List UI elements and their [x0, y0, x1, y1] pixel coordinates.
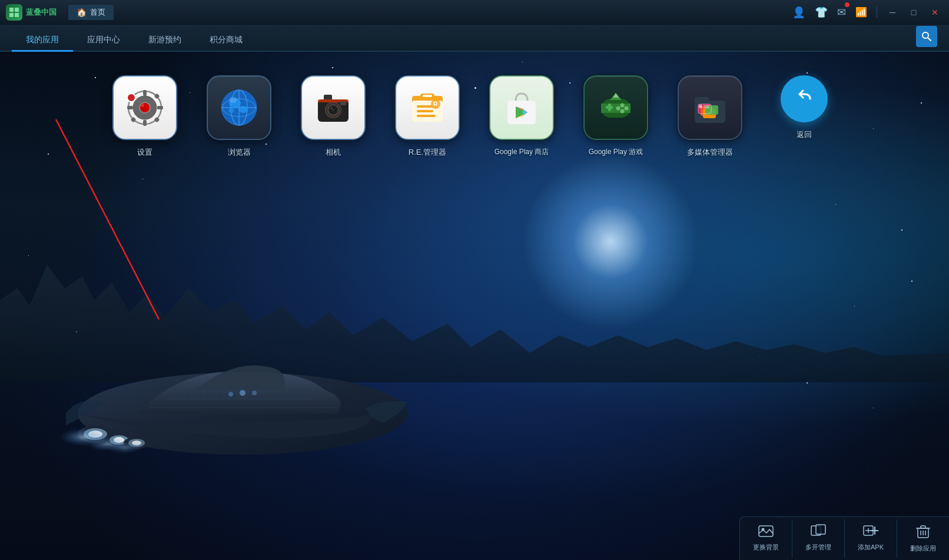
svg-point-22: [240, 390, 245, 396]
delete-app-icon: [915, 524, 931, 542]
svg-point-23: [252, 391, 257, 395]
browser-icon: [218, 87, 260, 128]
playstore-icon-wrapper: [489, 75, 554, 140]
re-icon-wrapper: R: [395, 75, 460, 140]
svg-point-80: [620, 109, 625, 114]
playgames-label: Google Play 游戏: [589, 147, 643, 157]
browser-icon-wrapper: [207, 75, 271, 140]
svg-rect-0: [9, 8, 14, 12]
app-return[interactable]: 返回: [769, 75, 840, 158]
divider: [877, 6, 877, 18]
svg-rect-3: [15, 13, 19, 17]
close-button[interactable]: ✕: [927, 4, 943, 21]
playgames-icon-wrapper: [583, 75, 648, 140]
nav-bar: 我的应用 应用中心 新游预约 积分商城: [0, 25, 949, 52]
logo-icon: [6, 4, 22, 21]
home-tab[interactable]: 🏠 首页: [68, 5, 114, 20]
change-bg-button[interactable]: 更换背景: [740, 519, 792, 558]
logo-text: 蓝叠中国: [26, 7, 57, 18]
add-apk-button[interactable]: 添加APK: [845, 519, 897, 558]
multi-open-icon: [811, 524, 826, 541]
app-google-play-store[interactable]: Google Play 商店: [486, 75, 557, 158]
maximize-button[interactable]: □: [905, 4, 922, 21]
spaceship: [19, 284, 419, 519]
home-label: 首页: [90, 7, 105, 18]
svg-rect-97: [816, 525, 825, 534]
camera-icon-wrapper: [301, 75, 366, 140]
svg-point-81: [616, 106, 620, 111]
user-icon[interactable]: 👤: [790, 4, 808, 21]
svg-text:R: R: [433, 101, 438, 108]
svg-point-47: [228, 108, 234, 113]
title-bar: 蓝叠中国 🏠 首页 👤 👕 ✉ 📶 ─ □ ✕: [0, 0, 949, 25]
media-label: 多媒体管理器: [687, 147, 733, 158]
playstore-label: Google Play 商店: [495, 147, 549, 157]
browser-label: 浏览器: [228, 147, 251, 158]
media-icon-wrapper: [678, 75, 742, 140]
bottom-toolbar: 更换背景 多开管理 添加APK: [739, 516, 949, 560]
play-games-icon: [595, 87, 636, 128]
settings-icon-wrapper: [112, 75, 177, 140]
search-button[interactable]: [916, 26, 937, 47]
change-bg-label: 更换背景: [753, 543, 779, 552]
notification-dot: [845, 2, 850, 7]
tab-new-games[interactable]: 新游预约: [134, 30, 195, 52]
app-camera[interactable]: 相机: [298, 75, 369, 158]
svg-rect-63: [417, 110, 433, 112]
media-manager-icon: [690, 88, 730, 128]
svg-rect-85: [695, 97, 709, 103]
signal-icon[interactable]: 📶: [853, 4, 870, 20]
delete-app-label: 删除应用: [910, 544, 936, 553]
svg-rect-36: [154, 116, 160, 122]
svg-point-54: [330, 107, 333, 109]
tab-my-apps[interactable]: 我的应用: [12, 30, 73, 52]
mail-wrapper: ✉: [835, 4, 848, 21]
svg-point-24: [228, 392, 233, 396]
app-media-manager[interactable]: 多媒体管理器: [675, 75, 745, 158]
window-controls: 👤 👕 ✉ 📶 ─ □ ✕: [790, 4, 943, 21]
delete-app-button[interactable]: 删除应用: [897, 519, 949, 558]
svg-point-91: [699, 105, 702, 108]
re-label: R.E.管理器: [409, 147, 446, 158]
settings-red-dot: [127, 93, 136, 102]
home-icon: 🏠: [77, 8, 87, 17]
svg-rect-30: [143, 120, 147, 126]
tab-app-center[interactable]: 应用中心: [73, 30, 134, 52]
app-settings[interactable]: 设置: [110, 75, 180, 158]
svg-point-78: [620, 104, 625, 108]
change-bg-icon: [758, 524, 774, 541]
return-label: 返回: [797, 129, 812, 140]
svg-rect-77: [608, 104, 611, 111]
svg-line-5: [928, 38, 931, 41]
shirt-icon[interactable]: 👕: [812, 4, 830, 21]
svg-point-46: [238, 106, 248, 113]
svg-rect-29: [143, 90, 147, 96]
svg-rect-105: [921, 526, 925, 528]
settings-label: 设置: [137, 147, 152, 158]
svg-point-48: [229, 97, 237, 103]
add-apk-icon: [863, 524, 878, 541]
play-store-icon: [502, 88, 542, 128]
app-google-play-games[interactable]: Google Play 游戏: [580, 75, 651, 158]
multi-open-button[interactable]: 多开管理: [792, 519, 845, 558]
re-manager-icon: R: [407, 88, 447, 128]
svg-marker-83: [613, 93, 619, 98]
return-icon-wrapper: [781, 75, 828, 122]
tab-points-mall[interactable]: 积分商城: [195, 30, 257, 52]
app-browser[interactable]: 浏览器: [204, 75, 274, 158]
svg-point-79: [625, 106, 629, 111]
svg-rect-58: [340, 101, 346, 105]
svg-rect-2: [9, 13, 14, 17]
svg-point-19: [107, 442, 142, 454]
svg-rect-31: [127, 106, 133, 109]
svg-point-38: [141, 104, 144, 107]
multi-open-label: 多开管理: [805, 543, 831, 552]
svg-rect-64: [417, 115, 436, 117]
main-content: 设置: [0, 52, 949, 560]
add-apk-label: 添加APK: [858, 543, 884, 552]
return-icon: [794, 88, 815, 109]
svg-rect-1: [15, 8, 19, 12]
app-re-manager[interactable]: R R.E.管理器: [392, 75, 463, 158]
minimize-button[interactable]: ─: [884, 4, 901, 21]
camera-label: 相机: [326, 147, 341, 158]
